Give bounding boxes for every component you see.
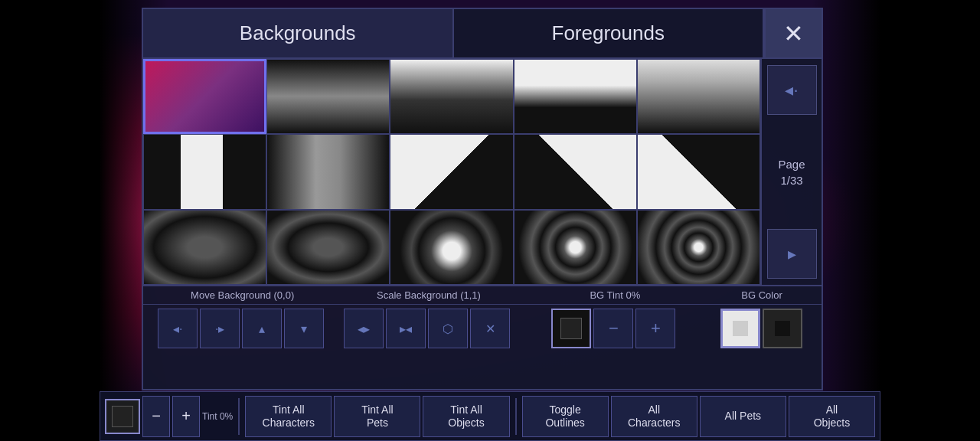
all-characters-button[interactable]: All Characters: [611, 396, 697, 437]
bg-cell-14[interactable]: [514, 210, 637, 285]
tab-foregrounds[interactable]: Foregrounds: [454, 9, 765, 57]
bg-color-black[interactable]: [763, 309, 802, 348]
next-icon: ▸: [788, 244, 796, 264]
side-navigation: ◂· Page 1/33 ▸: [762, 59, 822, 285]
bg-cell-6[interactable]: [143, 134, 266, 209]
tint-plus-button[interactable]: +: [172, 396, 200, 437]
controls-area: Move Background (0,0) Scale Background (…: [143, 285, 822, 352]
bg-cell-11[interactable]: [143, 210, 266, 285]
tint-label-group: Tint 0%: [202, 411, 233, 422]
divider-1: [238, 398, 240, 435]
scale-x-button[interactable]: ✕: [470, 309, 510, 348]
main-panel: Backgrounds Foregrounds ✕: [142, 8, 823, 390]
header-tabs: Backgrounds Foregrounds ✕: [143, 9, 822, 59]
ctrl-buttons-row: ◂· ·▸ ▴ ▾ ◂▸ ▸◂ ⬡ ✕ − +: [143, 305, 822, 352]
prev-page-button[interactable]: ◂·: [767, 65, 817, 115]
content-area: ◂· Page 1/33 ▸: [143, 59, 822, 285]
tint-all-characters-button[interactable]: Tint All Characters: [245, 396, 332, 437]
bg-cell-2[interactable]: [266, 59, 390, 134]
tint-group: [105, 399, 140, 434]
all-objects-button[interactable]: All Objects: [789, 396, 875, 437]
bg-cell-10[interactable]: [637, 134, 760, 209]
prev-icon: ◂·: [785, 80, 798, 100]
move-right-button[interactable]: ·▸: [200, 309, 240, 348]
bg-tint-controls: − +: [522, 309, 705, 348]
move-bg-label: Move Background (0,0): [149, 289, 335, 301]
bg-tint-label: BG Tint 0%: [522, 289, 708, 301]
scale-vert-button[interactable]: ⬡: [428, 309, 468, 348]
close-button[interactable]: ✕: [764, 9, 822, 57]
tint-all-objects-button[interactable]: Tint All Objects: [423, 396, 509, 437]
tab-backgrounds[interactable]: Backgrounds: [143, 9, 454, 57]
bg-cell-9[interactable]: [514, 134, 637, 209]
scale-bg-controls: ◂▸ ▸◂ ⬡ ✕: [335, 309, 518, 348]
background-grid: [143, 59, 762, 285]
bg-cell-13[interactable]: [390, 210, 513, 285]
move-down-button[interactable]: ▾: [284, 309, 324, 348]
bg-color-controls: [708, 309, 815, 348]
bg-cell-7[interactable]: [266, 134, 390, 209]
bg-cell-4[interactable]: [514, 59, 637, 134]
scale-horiz-button[interactable]: ◂▸: [344, 309, 384, 348]
move-left-button[interactable]: ◂·: [158, 309, 198, 348]
scale-bg-label: Scale Background (1,1): [335, 289, 521, 301]
tint-increase-button[interactable]: +: [635, 309, 675, 348]
bg-color-label: BG Color: [708, 289, 815, 301]
bg-cell-5[interactable]: [637, 59, 760, 134]
bg-cell-3[interactable]: [390, 59, 513, 134]
page-info: Page 1/33: [778, 156, 805, 188]
move-bg-controls: ◂· ·▸ ▴ ▾: [149, 309, 332, 348]
move-up-button[interactable]: ▴: [242, 309, 282, 348]
bg-cell-1[interactable]: [143, 59, 266, 134]
bg-cell-15[interactable]: [637, 210, 760, 285]
toggle-outlines-button[interactable]: Toggle Outlines: [522, 396, 609, 437]
divider-2: [515, 398, 517, 435]
all-pets-button[interactable]: All Pets: [700, 396, 786, 437]
bottom-toolbar: − + Tint 0% Tint All Characters Tint All…: [100, 391, 880, 441]
bg-cell-8[interactable]: [390, 134, 513, 209]
tint-color-swatch[interactable]: [105, 399, 140, 434]
tint-decrease-button[interactable]: −: [593, 309, 633, 348]
bg-color-white[interactable]: [720, 309, 760, 348]
next-page-button[interactable]: ▸: [767, 229, 817, 279]
tint-swatch[interactable]: [551, 309, 591, 348]
bg-cell-12[interactable]: [266, 210, 390, 285]
tint-all-pets-button[interactable]: Tint All Pets: [334, 396, 420, 437]
scale-compress-button[interactable]: ▸◂: [386, 309, 426, 348]
tint-minus-button[interactable]: −: [142, 396, 170, 437]
